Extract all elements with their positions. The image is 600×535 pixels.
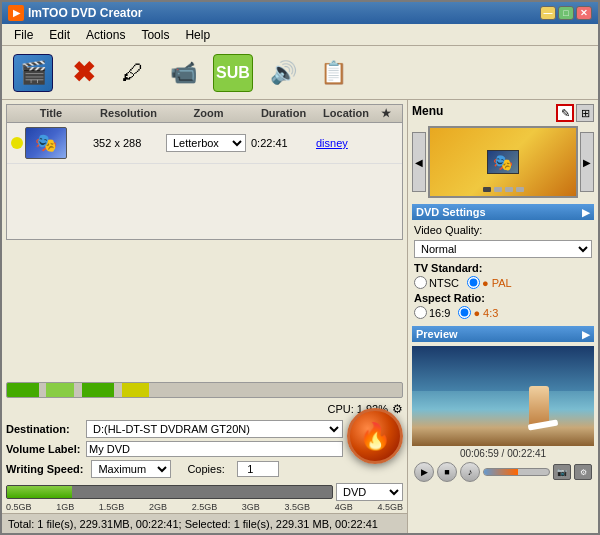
edit-button[interactable]: 🖊: [110, 50, 156, 96]
title-bar: ▶ ImTOO DVD Creator — □ ✕: [2, 2, 598, 24]
storage-labels: 0.5GB 1GB 1.5GB 2GB 2.5GB 3GB 3.5GB 4GB …: [6, 501, 403, 513]
progress-section: [2, 378, 407, 400]
list-button[interactable]: 📋: [310, 50, 356, 96]
preview-person: [529, 386, 549, 426]
ratio-4-3-label[interactable]: ● 4:3: [458, 306, 498, 319]
progress-gap-2: [74, 383, 82, 397]
preview-snapshot-button[interactable]: 📷: [553, 464, 571, 480]
subtitle-icon: SUB: [213, 54, 253, 92]
menu-grid-icon[interactable]: ⊞: [576, 104, 594, 122]
volume-label-row: Volume Label:: [6, 441, 403, 457]
list-header: Title Resolution Zoom Duration Location …: [7, 105, 402, 123]
ratio-16-9-label[interactable]: 16:9: [414, 306, 450, 319]
ratio-4-3-text: ● 4:3: [473, 307, 498, 319]
delete-button[interactable]: ✖: [60, 50, 106, 96]
menu-prev-btn[interactable]: ◀: [412, 132, 426, 192]
menu-thumbnail: 🎭: [428, 126, 578, 198]
menu-title: Menu: [412, 104, 443, 118]
toolbar: 🎬 ✖ 🖊 📹 SUB 🔊: [2, 46, 598, 100]
video-settings-button[interactable]: 📹: [160, 50, 206, 96]
preview-title: Preview: [416, 328, 458, 340]
preview-video: [412, 346, 594, 446]
preview-stop-button[interactable]: ■: [437, 462, 457, 482]
progress-gap-1: [39, 383, 47, 397]
col-header-title: Title: [11, 107, 91, 120]
row-thumbnail-cell: 🎭: [25, 127, 93, 159]
dvd-select-wrap: DVD DVD-DL: [336, 483, 403, 501]
storage-label-4: 2.5GB: [192, 502, 218, 512]
tv-standard-radio-group: NTSC ● PAL: [412, 276, 594, 289]
storage-bar-outer: [6, 485, 333, 499]
menu-tools[interactable]: Tools: [133, 26, 177, 44]
col-header-duration: Duration: [251, 107, 316, 120]
preview-progress-bar[interactable]: [483, 468, 550, 476]
close-button[interactable]: ✕: [576, 6, 592, 20]
menu-dot-1: [494, 187, 502, 192]
video-thumbnail: 🎭: [25, 127, 67, 159]
ratio-4-3-radio[interactable]: [458, 306, 471, 319]
ntsc-radio-label[interactable]: NTSC: [414, 276, 459, 289]
storage-bar-fill: [7, 486, 72, 498]
storage-label-0: 0.5GB: [6, 502, 32, 512]
preview-controls: ▶ ■ ♪ 📷 ⚙: [412, 462, 594, 482]
main-area: Title Resolution Zoom Duration Location …: [2, 100, 598, 533]
menu-dot-active: [483, 187, 491, 192]
delete-icon: ✖: [63, 54, 103, 92]
destination-select[interactable]: D:(HL-DT-ST DVDRAM GT20N): [86, 420, 343, 438]
preview-play-button[interactable]: ▶: [414, 462, 434, 482]
menu-dot-3: [516, 187, 524, 192]
minimize-button[interactable]: —: [540, 6, 556, 20]
writing-speed-select[interactable]: Maximum: [91, 460, 171, 478]
speed-row: Writing Speed: Maximum Copies:: [6, 460, 403, 478]
menu-help[interactable]: Help: [177, 26, 218, 44]
app-icon: ▶: [8, 5, 24, 21]
menu-actions[interactable]: Actions: [78, 26, 133, 44]
preview-expand-icon[interactable]: ▶: [582, 329, 590, 340]
right-panel: Menu ✎ ⊞ ◀ 🎭: [408, 100, 598, 533]
dvd-settings: DVD Settings ▶ Video Quality: Low Normal…: [412, 204, 594, 322]
menu-edit-icon[interactable]: ✎: [556, 104, 574, 122]
row-location[interactable]: disney: [316, 137, 376, 149]
video-quality-label: Video Quality:: [414, 224, 494, 236]
ntsc-label: NTSC: [429, 277, 459, 289]
aspect-ratio-label: Aspect Ratio:: [412, 292, 594, 306]
table-row[interactable]: 🎭 352 x 288 Letterbox 0:22:41 disney: [7, 123, 402, 164]
cpu-icon: ⚙: [392, 402, 403, 416]
menu-preview-area: ◀ 🎭 ▶: [412, 126, 594, 198]
preview-volume-button[interactable]: ♪: [460, 462, 480, 482]
menu-next-btn[interactable]: ▶: [580, 132, 594, 192]
writing-speed-label: Writing Speed:: [6, 463, 83, 475]
storage-label-3: 2GB: [149, 502, 167, 512]
video-quality-select[interactable]: Low Normal High Best: [414, 240, 592, 258]
burn-button[interactable]: 🔥: [347, 408, 403, 464]
menu-edit[interactable]: Edit: [41, 26, 78, 44]
video-quality-select-row: Low Normal High Best: [412, 240, 594, 262]
col-header-star: ★: [376, 107, 396, 120]
preview-image: [412, 346, 594, 446]
audio-icon: 🔊: [263, 54, 303, 92]
main-window: ▶ ImTOO DVD Creator — □ ✕ File Edit Acti…: [0, 0, 600, 535]
maximize-button[interactable]: □: [558, 6, 574, 20]
volume-label-label: Volume Label:: [6, 443, 86, 455]
preview-settings-button[interactable]: ⚙: [574, 464, 592, 480]
dvd-settings-header: DVD Settings ▶: [412, 204, 594, 220]
menu-file[interactable]: File: [6, 26, 41, 44]
subtitle-button[interactable]: SUB: [210, 50, 256, 96]
zoom-select[interactable]: Letterbox: [166, 134, 246, 152]
empty-space: [2, 244, 407, 378]
dvd-settings-expand-icon[interactable]: ▶: [582, 207, 590, 218]
pal-radio-label[interactable]: ● PAL: [467, 276, 512, 289]
storage-label-2: 1.5GB: [99, 502, 125, 512]
volume-label-input[interactable]: [86, 441, 343, 457]
left-panel: Title Resolution Zoom Duration Location …: [2, 100, 408, 533]
copies-input[interactable]: [237, 461, 279, 477]
ratio-16-9-radio[interactable]: [414, 306, 427, 319]
add-video-button[interactable]: 🎬: [10, 50, 56, 96]
audio-button[interactable]: 🔊: [260, 50, 306, 96]
ntsc-radio[interactable]: [414, 276, 427, 289]
tv-standard-label: TV Standard:: [412, 262, 594, 276]
dvd-type-select[interactable]: DVD DVD-DL: [336, 483, 403, 501]
menu-header: Menu ✎ ⊞: [412, 104, 594, 122]
pal-radio[interactable]: [467, 276, 480, 289]
progress-seg-4: [122, 383, 150, 397]
